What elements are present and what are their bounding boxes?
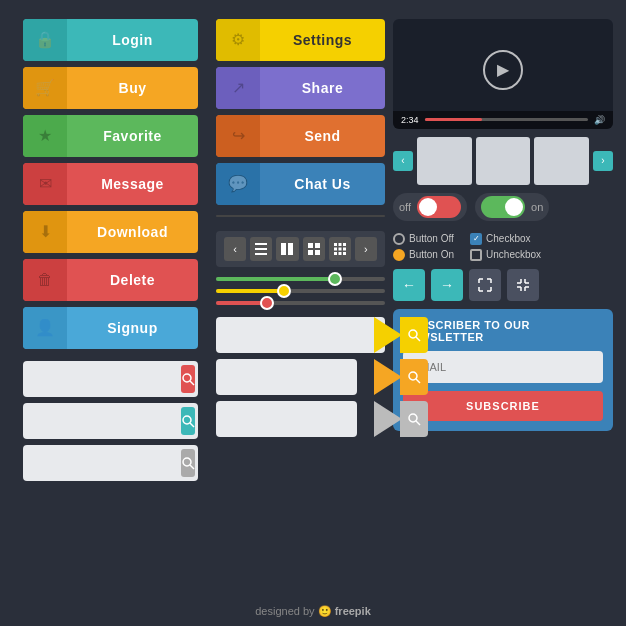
video-player[interactable]: ▶ 2:34 🔊 [393,19,613,129]
svg-rect-6 [255,243,267,245]
columns-view-button[interactable] [276,237,298,261]
radio-off-row[interactable]: Button Off [393,233,454,245]
checkbox-unchecked[interactable] [470,249,482,261]
search-button-3[interactable] [181,449,195,477]
svg-line-25 [416,337,420,341]
thumbnail-3[interactable] [534,137,589,185]
chat-icon: 💬 [216,163,260,205]
nav-prev-button[interactable]: ← [393,269,425,301]
checkbox-checked-row[interactable]: ✓ Checkbox [470,233,541,245]
arrow-search-bar-1[interactable] [216,317,385,353]
download-button[interactable]: ⬇ Download [23,211,198,253]
svg-line-29 [416,421,420,425]
svg-line-5 [190,465,194,469]
share-button[interactable]: ↗ Share [216,67,385,109]
arrow-search-bar-3[interactable] [216,401,357,437]
search-bars-mid [216,317,385,437]
svg-rect-11 [308,243,313,248]
toggle-off[interactable] [417,196,461,218]
checkbox-checked-label: Checkbox [486,233,530,244]
nav-next-button[interactable]: → [431,269,463,301]
newsletter-title: SUBSCRIBER TO OUR NEWSLETTER [403,319,603,343]
checkbox-unchecked-row[interactable]: Uncheckbox [470,249,541,261]
next-view-button[interactable]: › [355,237,377,261]
slider-row-2 [216,289,385,293]
arrow-search-btn-2[interactable] [374,359,402,395]
radio-on-label: Button On [409,249,454,260]
search-icon-2 [181,414,195,428]
envelope-icon: ✉ [23,163,67,205]
favorite-button[interactable]: ★ Favorite [23,115,198,157]
subscribe-button[interactable]: SUBSCRIBE [403,391,603,421]
search-bar-2[interactable] [23,403,198,439]
svg-rect-9 [281,243,286,255]
list-icon [255,243,267,255]
svg-rect-10 [288,243,293,255]
delete-label: Delete [67,272,198,288]
slider-row-1 [216,277,385,281]
tile-view-button[interactable] [329,237,351,261]
chat-button[interactable]: 💬 Chat Us [216,163,385,205]
arrow-search-input-2[interactable] [224,370,374,384]
arrow-search-input-1[interactable] [224,328,374,342]
search-bar-3[interactable] [23,445,198,481]
volume-icon[interactable]: 🔊 [594,115,605,125]
svg-rect-16 [338,243,341,246]
signup-label: Signup [67,320,198,336]
svg-rect-23 [343,252,346,255]
radio-off-circle[interactable] [393,233,405,245]
login-button[interactable]: 🔒 Login [23,19,198,61]
svg-rect-18 [334,247,337,250]
radio-on-row[interactable]: Button On [393,249,454,261]
thumb-next-button[interactable]: › [593,151,613,171]
trash-icon: 🗑 [23,259,67,301]
arrow-search-input-3[interactable] [224,412,374,426]
svg-line-3 [190,423,194,427]
message-button[interactable]: ✉ Message [23,163,198,205]
slider-3[interactable] [216,301,385,305]
checkbox-checked[interactable]: ✓ [470,233,482,245]
search-bar-1[interactable] [23,361,198,397]
slider-2[interactable] [216,289,385,293]
buy-button[interactable]: 🛒 Buy [23,67,198,109]
svg-rect-13 [308,250,313,255]
list-view-button[interactable] [250,237,272,261]
svg-rect-7 [255,248,267,250]
grid-view-button[interactable] [303,237,325,261]
slider-1[interactable] [216,277,385,281]
nav-collapse-button[interactable] [507,269,539,301]
arrow-search-btn-3[interactable] [374,401,402,437]
newsletter-email-input[interactable] [403,351,603,383]
video-progress-bar[interactable] [425,118,588,121]
thumbnail-2[interactable] [476,137,531,185]
toggle-on[interactable] [481,196,525,218]
play-button[interactable]: ▶ [483,50,523,90]
svg-rect-19 [338,247,341,250]
prev-view-button[interactable]: ‹ [224,237,246,261]
arrow-search-btn-1[interactable] [374,317,402,353]
signup-button[interactable]: 👤 Signup [23,307,198,349]
slider-row-3 [216,301,385,305]
nav-expand-button[interactable] [469,269,501,301]
expand-icon [478,278,492,292]
grid-icon [308,243,320,255]
search-input-3[interactable] [31,456,181,470]
delete-button[interactable]: 🗑 Delete [23,259,198,301]
thumb-prev-button[interactable]: ‹ [393,151,413,171]
login-label: Login [67,32,198,48]
send-button[interactable]: ↪ Send [216,115,385,157]
arrow-search-icon-1 [407,328,421,342]
radio-on-circle[interactable] [393,249,405,261]
nav-buttons-row: ← → [393,269,613,301]
arrow-search-bar-2[interactable] [216,359,357,395]
search-button-1[interactable] [181,365,195,393]
search-button-2[interactable] [181,407,195,435]
thumbnail-1[interactable] [417,137,472,185]
search-input-2[interactable] [31,414,181,428]
svg-line-1 [190,381,194,385]
freepik-brand: 🙂 freepik [318,605,371,617]
video-time: 2:34 [401,115,419,125]
settings-button[interactable]: ⚙ Settings [216,19,385,61]
svg-rect-17 [343,243,346,246]
search-input-1[interactable] [31,372,181,386]
